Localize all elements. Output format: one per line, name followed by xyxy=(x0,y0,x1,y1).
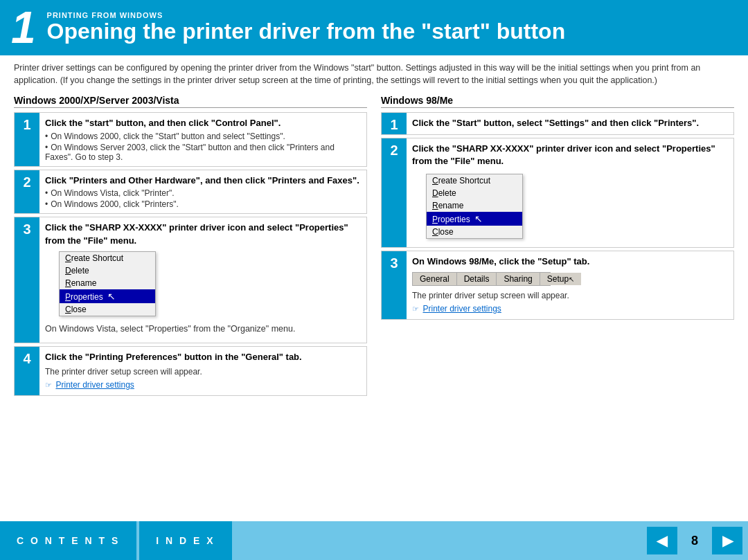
next-arrow-icon: ▶ xyxy=(722,532,733,549)
step-2-bullet-2: On Windows 2000, click "Printers". xyxy=(45,199,361,209)
menu-item-rename: Rename xyxy=(60,277,155,289)
right-step-1-content: Click the "Start" button, select "Settin… xyxy=(407,113,733,134)
step-1-content: Click the "start" button, and then click… xyxy=(39,113,366,166)
step-1-bold: Click the "start" button, and then click… xyxy=(45,118,280,128)
menu-item-close: Close xyxy=(60,303,155,316)
step-number-2: 2 xyxy=(15,170,39,214)
link-icon-left: ☞ xyxy=(45,381,52,389)
left-step-1: 1 Click the "start" button, and then cli… xyxy=(14,112,367,167)
page-number: 8 xyxy=(683,534,706,548)
prev-page-button[interactable]: ◀ xyxy=(647,527,677,554)
right-step-number-2: 2 xyxy=(382,138,407,247)
left-step-2: 2 Click "Printers and Other Hardware", a… xyxy=(14,170,367,215)
step-4-content: Click the "Printing Preferences" button … xyxy=(39,347,366,396)
intro-paragraph: Printer driver settings can be configure… xyxy=(14,62,734,87)
left-printer-driver-link[interactable]: Printer driver settings xyxy=(55,380,134,390)
footer-navigation: ◀ 8 ▶ xyxy=(647,527,748,554)
right-step-number-3: 3 xyxy=(382,251,407,320)
left-column: Windows 2000/XP/Server 2003/Vista 1 Clic… xyxy=(14,95,367,399)
tab-general[interactable]: General xyxy=(413,273,457,285)
chapter-number: 1 xyxy=(11,6,36,50)
contents-button[interactable]: C O N T E N T S xyxy=(0,521,136,560)
right-step-number-1: 1 xyxy=(382,113,407,134)
right-step-3-link-line: ☞ Printer driver settings xyxy=(412,303,728,316)
step-2-bold: Click "Printers and Other Hardware", and… xyxy=(45,175,359,186)
index-button[interactable]: I N D E X xyxy=(139,521,231,560)
right-step-3-content: On Windows 98/Me, click the "Setup" tab.… xyxy=(407,251,733,320)
right-step-3-bold: On Windows 98/Me, click the "Setup" tab. xyxy=(412,256,589,267)
right-menu-item-close: Close xyxy=(427,226,522,238)
two-column-layout: Windows 2000/XP/Server 2003/Vista 1 Clic… xyxy=(14,95,734,399)
right-step-3-extra: The printer driver setup screen will app… xyxy=(412,290,728,302)
right-step-2: 2 Click the "SHARP XX-XXXX" printer driv… xyxy=(381,138,734,248)
right-menu-item-delete: Delete xyxy=(427,187,522,199)
right-step-2-content: Click the "SHARP XX-XXXX" printer driver… xyxy=(407,138,733,247)
menu-item-create-shortcut: Create Shortcut xyxy=(60,252,155,264)
left-context-menu: Create Shortcut Delete Rename Properties… xyxy=(59,251,156,316)
left-step-3: 3 Click the "SHARP XX-XXXX" printer driv… xyxy=(14,217,367,343)
header-title: Opening the printer driver from the "sta… xyxy=(47,19,566,44)
step-number-1: 1 xyxy=(15,113,39,166)
step-3-content: Click the "SHARP XX-XXXX" printer driver… xyxy=(39,217,366,343)
right-menu-item-rename: Rename xyxy=(427,199,522,212)
left-step-4: 4 Click the "Printing Preferences" butto… xyxy=(14,346,367,397)
menu-item-properties: Properties ↖ xyxy=(60,289,155,303)
tab-bar: General Details Sharing Setup↖ xyxy=(412,272,551,286)
right-context-menu: Create Shortcut Delete Rename Properties… xyxy=(426,174,523,239)
vista-note: On Windows Vista, select "Properties" fr… xyxy=(45,323,361,336)
tab-details[interactable]: Details xyxy=(457,273,497,285)
step-1-bullet-1: On Windows 2000, click the "Start" butto… xyxy=(45,132,361,141)
prev-arrow-icon: ◀ xyxy=(657,532,667,549)
step-4-extra: The printer driver setup screen will app… xyxy=(45,366,361,378)
right-col-heading: Windows 98/Me xyxy=(381,95,734,108)
right-menu-item-create-shortcut: Create Shortcut xyxy=(427,174,522,187)
step-2-content: Click "Printers and Other Hardware", and… xyxy=(39,170,366,214)
right-printer-driver-link[interactable]: Printer driver settings xyxy=(422,304,501,314)
step-number-3: 3 xyxy=(15,217,39,343)
page-content: Printer driver settings can be configure… xyxy=(0,55,748,406)
right-column: Windows 98/Me 1 Click the "Start" button… xyxy=(381,95,734,399)
tab-setup[interactable]: Setup↖ xyxy=(540,273,581,285)
left-col-heading: Windows 2000/XP/Server 2003/Vista xyxy=(14,95,367,108)
link-icon-right: ☞ xyxy=(412,305,419,313)
right-step-1: 1 Click the "Start" button, select "Sett… xyxy=(381,112,734,135)
right-step-1-bold: Click the "Start" button, select "Settin… xyxy=(412,118,699,128)
page-footer: C O N T E N T S I N D E X ◀ 8 ▶ xyxy=(0,521,748,560)
step-2-bullet-1: On Windows Vista, click "Printer". xyxy=(45,188,361,198)
right-step-3: 3 On Windows 98/Me, click the "Setup" ta… xyxy=(381,251,734,320)
step-number-4: 4 xyxy=(15,347,39,396)
right-step-2-bold: Click the "SHARP XX-XXXX" printer driver… xyxy=(412,143,715,167)
menu-item-delete: Delete xyxy=(60,264,155,277)
next-page-button[interactable]: ▶ xyxy=(712,527,742,554)
header-text: PRINTING FROM WINDOWS Opening the printe… xyxy=(47,11,566,44)
page-header: 1 PRINTING FROM WINDOWS Opening the prin… xyxy=(0,0,748,55)
step-4-link-line: ☞ Printer driver settings xyxy=(45,379,361,392)
step-1-bullet-2: On Windows Server 2003, click the "Start… xyxy=(45,143,361,162)
step-3-bold: Click the "SHARP XX-XXXX" printer driver… xyxy=(45,222,348,246)
right-menu-item-properties: Properties ↖ xyxy=(427,212,522,226)
step-4-bold: Click the "Printing Preferences" button … xyxy=(45,352,302,362)
tab-sharing[interactable]: Sharing xyxy=(497,273,540,285)
right-context-menu-container: Create Shortcut Delete Rename Properties… xyxy=(412,170,728,243)
